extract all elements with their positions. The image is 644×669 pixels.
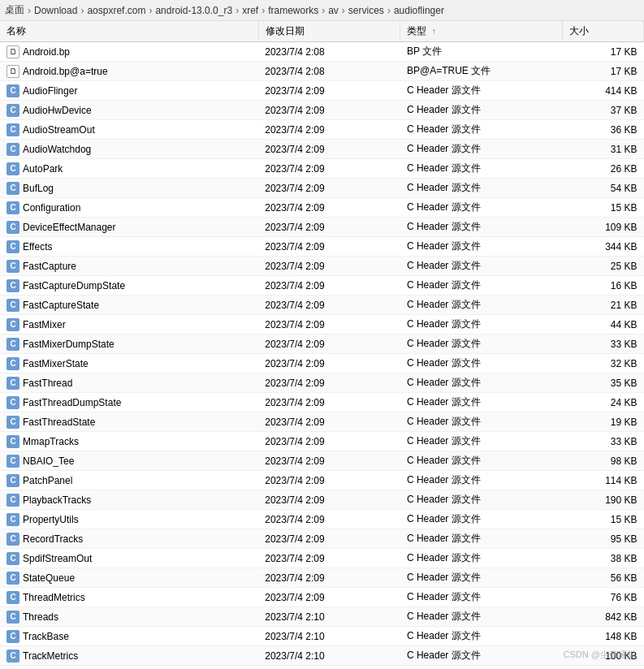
file-name-cell[interactable]: CNBAIO_Tee [0,451,258,471]
c-header-icon: C [6,474,19,487]
table-row[interactable]: CEffects2023/7/4 2:09C Header 源文件344 KB [0,237,644,257]
c-header-icon: C [6,279,19,292]
file-name-cell[interactable]: CFastThreadDumpState [0,393,258,412]
file-name-cell[interactable]: CFastMixerState [0,354,258,373]
table-row[interactable]: CMmapTracks2023/7/4 2:09C Header 源文件33 K… [0,432,644,451]
file-name-label: RecordTracks [23,533,83,545]
table-row[interactable]: CFastCapture2023/7/4 2:09C Header 源文件25 … [0,257,644,276]
table-row[interactable]: CAudioStreamOut2023/7/4 2:09C Header 源文件… [0,120,644,140]
breadcrumb-aospxref[interactable]: aospxref.com [87,5,145,16]
breadcrumb-desktop[interactable]: 桌面 [5,3,24,17]
file-date-cell: 2023/7/4 2:09 [258,510,400,529]
file-name-cell[interactable]: CPatchPanel [0,471,258,490]
file-date-cell: 2023/7/4 2:09 [258,81,400,101]
table-row[interactable]: 🗋Android.bp2023/7/4 2:08BP 文件17 KB [0,42,644,62]
table-row[interactable]: CFastCaptureState2023/7/4 2:09C Header 源… [0,296,644,315]
file-name-cell[interactable]: CDeviceEffectManager [0,218,258,237]
table-row[interactable]: CPatchPanel2023/7/4 2:09C Header 源文件114 … [0,471,644,490]
col-header-date[interactable]: 修改日期 [258,21,400,42]
file-name-cell[interactable]: CEffects [0,237,258,257]
table-row[interactable]: CFastThread2023/7/4 2:09C Header 源文件35 K… [0,373,644,393]
col-header-size[interactable]: 大小 [563,21,644,42]
file-name-cell[interactable]: CFastThread [0,373,258,393]
table-row[interactable]: CThreadMetrics2023/7/4 2:09C Header 源文件7… [0,588,644,607]
table-row[interactable]: CConfiguration2023/7/4 2:09C Header 源文件1… [0,198,644,218]
table-row[interactable]: CPlaybackTracks2023/7/4 2:09C Header 源文件… [0,490,644,510]
file-name-cell[interactable]: CAudioHwDevice [0,101,258,120]
file-date-cell: 2023/7/4 2:09 [258,529,400,549]
file-name-cell[interactable]: CFastMixer [0,315,258,334]
file-name-cell[interactable]: CAutoPark [0,159,258,179]
file-type-cell: C Header 源文件 [400,471,563,490]
table-row[interactable]: CAudioWatchdog2023/7/4 2:09C Header 源文件3… [0,140,644,159]
table-row[interactable]: CRecordTracks2023/7/4 2:09C Header 源文件95… [0,529,644,549]
table-row[interactable]: CBufLog2023/7/4 2:09C Header 源文件54 KB [0,179,644,198]
file-name-label: AudioFlinger [23,85,77,97]
table-row[interactable]: CFastMixerState2023/7/4 2:09C Header 源文件… [0,354,644,373]
file-name-cell[interactable]: 🗋Android.bp@a=true [0,62,258,81]
file-name-cell[interactable]: CFastCaptureDumpState [0,276,258,296]
file-name-label: Configuration [23,202,80,214]
file-name-cell[interactable]: CFastCapture [0,257,258,276]
breadcrumb-download[interactable]: Download [34,5,77,16]
breadcrumb-audioflinger[interactable]: audioflinger [394,5,444,16]
file-name-label: Android.bp [23,46,70,58]
table-row[interactable]: CAudioHwDevice2023/7/4 2:09C Header 源文件3… [0,101,644,120]
file-name-cell[interactable]: CAudioStreamOut [0,120,258,140]
table-row[interactable]: CFastThreadDumpState2023/7/4 2:09C Heade… [0,393,644,412]
table-row[interactable]: CTypedLogger2023/7/4 2:10C Header 源文件57 … [0,666,644,670]
file-name-cell[interactable]: CPlaybackTracks [0,490,258,510]
table-row[interactable]: CDeviceEffectManager2023/7/4 2:09C Heade… [0,218,644,237]
file-date-cell: 2023/7/4 2:09 [258,237,400,257]
file-size-cell: 54 KB [563,179,644,198]
breadcrumb-xref[interactable]: xref [242,5,258,16]
table-row[interactable]: CAudioFlinger2023/7/4 2:09C Header 源文件41… [0,81,644,101]
table-row[interactable]: CFastMixer2023/7/4 2:09C Header 源文件44 KB [0,315,644,334]
file-name-cell[interactable]: CFastCaptureState [0,296,258,315]
table-row[interactable]: CFastCaptureDumpState2023/7/4 2:09C Head… [0,276,644,296]
table-header-row: 名称 修改日期 类型 ↑ 大小 [0,21,644,42]
col-header-type[interactable]: 类型 ↑ [400,21,563,42]
table-row[interactable]: CAutoPark2023/7/4 2:09C Header 源文件26 KB [0,159,644,179]
file-size-cell: 33 KB [563,334,644,354]
file-name-cell[interactable]: CFastMixerDumpState [0,334,258,354]
file-size-cell: 15 KB [563,198,644,218]
table-row[interactable]: CTrackBase2023/7/4 2:10C Header 源文件148 K… [0,627,644,646]
file-type-cell: C Header 源文件 [400,101,563,120]
file-name-cell[interactable]: CTrackBase [0,627,258,646]
file-size-cell: 842 KB [563,607,644,627]
file-name-cell[interactable]: CMmapTracks [0,432,258,451]
breadcrumb-frameworks[interactable]: frameworks [268,5,318,16]
file-name-cell[interactable]: CAudioWatchdog [0,140,258,159]
table-row[interactable]: CFastMixerDumpState2023/7/4 2:09C Header… [0,334,644,354]
table-row[interactable]: CPropertyUtils2023/7/4 2:09C Header 源文件1… [0,510,644,529]
file-name-cell[interactable]: CConfiguration [0,198,258,218]
file-name-cell[interactable]: 🗋Android.bp [0,42,258,62]
file-type-cell: C Header 源文件 [400,510,563,529]
table-row[interactable]: CFastThreadState2023/7/4 2:09C Header 源文… [0,412,644,432]
file-size-cell: 114 KB [563,471,644,490]
col-header-name[interactable]: 名称 [0,21,258,42]
file-name-cell[interactable]: CSpdifStreamOut [0,549,258,568]
file-name-cell[interactable]: CThreads [0,607,258,627]
file-size-cell: 56 KB [563,568,644,588]
table-row[interactable]: CSpdifStreamOut2023/7/4 2:09C Header 源文件… [0,549,644,568]
file-name-cell[interactable]: CFastThreadState [0,412,258,432]
file-name-cell[interactable]: CStateQueue [0,568,258,588]
file-name-cell[interactable]: CTrackMetrics [0,646,258,666]
table-row[interactable]: CThreads2023/7/4 2:10C Header 源文件842 KB [0,607,644,627]
table-row[interactable]: 🗋Android.bp@a=true2023/7/4 2:08BP@A=TRUE… [0,62,644,81]
breadcrumb-av[interactable]: av [328,5,339,16]
file-name-cell[interactable]: CRecordTracks [0,529,258,549]
breadcrumb-android[interactable]: android-13.0.0_r3 [155,5,232,16]
breadcrumb-services[interactable]: services [348,5,384,16]
file-name-cell[interactable]: CBufLog [0,179,258,198]
file-name-cell[interactable]: CAudioFlinger [0,81,258,101]
table-row[interactable]: CStateQueue2023/7/4 2:09C Header 源文件56 K… [0,568,644,588]
c-header-icon: C [6,455,19,468]
table-row[interactable]: CTrackMetrics2023/7/4 2:10C Header 源文件10… [0,646,644,666]
table-row[interactable]: CNBAIO_Tee2023/7/4 2:09C Header 源文件98 KB [0,451,644,471]
file-name-cell[interactable]: CTypedLogger [0,666,258,670]
file-name-cell[interactable]: CThreadMetrics [0,588,258,607]
file-name-cell[interactable]: CPropertyUtils [0,510,258,529]
